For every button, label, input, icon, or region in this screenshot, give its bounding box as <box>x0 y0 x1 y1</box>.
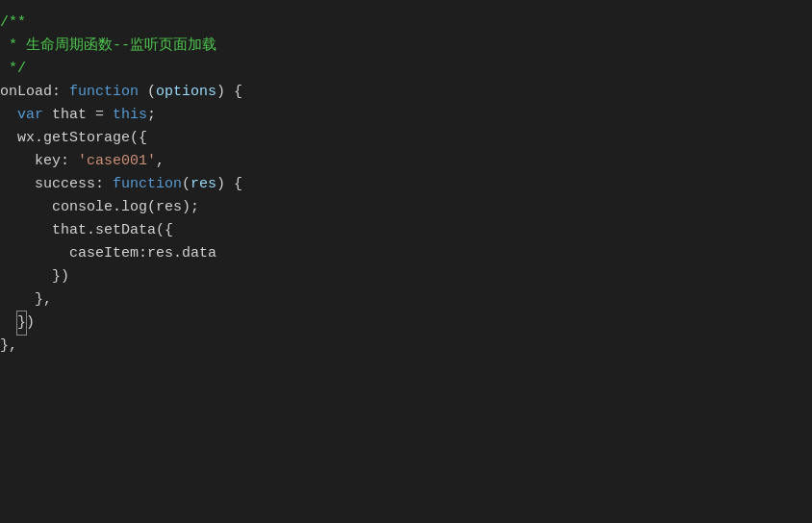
code-res-param: res <box>190 173 216 196</box>
code-that-eq: that = <box>43 104 113 127</box>
code-options: options <box>156 81 216 104</box>
code-comment-open: /** <box>0 12 26 35</box>
code-close-onload: }, <box>0 335 17 358</box>
code-paren-1: ( <box>139 81 156 104</box>
code-line-4: onLoad: function (options) { <box>0 81 812 104</box>
code-function-kw-1: function <box>69 81 139 104</box>
code-line-7: key: 'case001', <box>0 150 812 173</box>
code-semicolon-1: ; <box>147 104 156 127</box>
code-line-15: }, <box>0 335 812 358</box>
code-line-10: that.setData({ <box>0 219 812 242</box>
code-line-3: */ <box>0 58 812 81</box>
code-line-5: var that = this; <box>0 104 812 127</box>
code-comma-1: , <box>156 150 165 173</box>
code-wx-getstorage: wx.getStorage( <box>0 127 139 150</box>
code-line-1: /** <box>0 12 812 35</box>
code-line-6: wx.getStorage({ <box>0 127 812 150</box>
code-line-12: }) <box>0 265 812 288</box>
code-case001: 'case001' <box>78 150 156 173</box>
code-var-kw: var <box>17 104 43 127</box>
code-setdata: that.setData({ <box>0 219 173 242</box>
code-brace-open: { <box>139 127 147 150</box>
code-comment-close: */ <box>0 58 26 81</box>
code-close-success: }, <box>0 288 52 311</box>
code-close-setdata: }) <box>0 265 69 288</box>
code-line-11: caseItem:res.data <box>0 242 812 265</box>
code-caseitem: caseItem:res.data <box>0 242 216 265</box>
code-editor: /** * 生命周期函数--监听页面加载 */ onLoad: function… <box>0 0 812 523</box>
code-line-14: }) <box>0 311 812 335</box>
code-onload: onLoad: <box>0 81 69 104</box>
code-brace-1: ) { <box>216 81 242 104</box>
code-success-label: success: <box>0 173 113 196</box>
code-console-log: console.log(res); <box>0 196 199 219</box>
code-line-2: * 生命周期函数--监听页面加载 <box>0 35 812 58</box>
code-key-label: key: <box>0 150 78 173</box>
code-paren-2: ( <box>182 173 190 196</box>
code-line-9: console.log(res); <box>0 196 812 219</box>
code-line-13: }, <box>0 288 812 311</box>
code-comment-text: * 生命周期函数--监听页面加载 <box>0 35 216 58</box>
code-brace-2: ) { <box>216 173 242 196</box>
code-indent-14 <box>0 311 17 335</box>
code-line-8: success: function(res) { <box>0 173 812 196</box>
code-indent-1 <box>0 104 17 127</box>
code-function-kw-2: function <box>113 173 182 196</box>
code-close-getstorage: } <box>17 311 26 335</box>
code-this: this <box>113 104 147 127</box>
code-paren-close: ) <box>26 311 35 335</box>
